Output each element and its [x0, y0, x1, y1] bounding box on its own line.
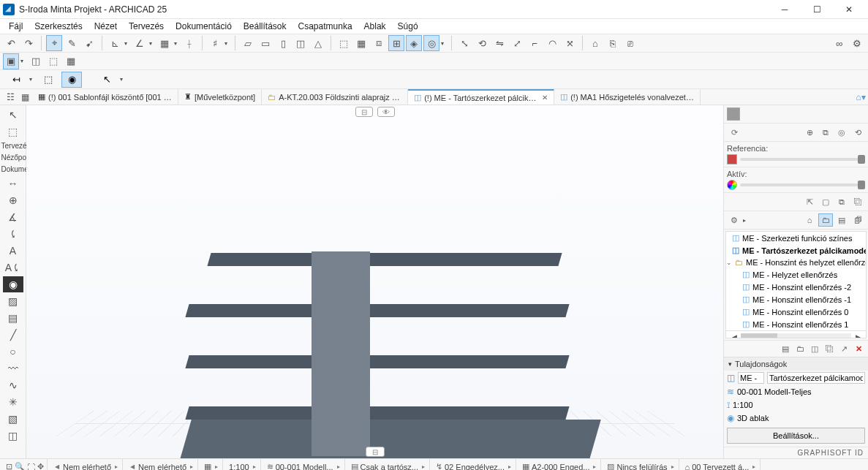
tree-item[interactable]: ◫ME - Tartószerkezet pálcikamodell: [726, 244, 866, 257]
navmode-layouts-icon[interactable]: ▤: [834, 213, 849, 227]
polyline-tool[interactable]: 〰: [3, 360, 23, 376]
level-tool[interactable]: ⊕: [3, 192, 23, 208]
show-slabs-button[interactable]: ▭: [257, 35, 273, 51]
nav-settings-icon[interactable]: ⚙: [727, 213, 741, 227]
tab-2[interactable]: 🗀A-KT.20.003 Földszinti alaprajz [0. 00 …: [262, 89, 408, 105]
show-walls-button[interactable]: ▱: [240, 35, 256, 51]
guide-angle-button[interactable]: ∠: [132, 35, 148, 51]
point-tool[interactable]: ✳: [3, 394, 23, 410]
tree-saveview-icon[interactable]: ◫: [808, 343, 821, 355]
text-tool[interactable]: A: [3, 243, 23, 259]
menu-view[interactable]: Nézet: [88, 20, 123, 33]
view-organize-button[interactable]: ▦: [63, 53, 79, 69]
zoom-sel-icon[interactable]: ⛶: [27, 463, 35, 471]
navigator-tree[interactable]: ◫ME - Szerkezeti funkció színes ◫ME - Ta…: [725, 231, 867, 338]
tab-3[interactable]: ◫(!) ME - Tartószerkezet pálcikamodell […: [408, 89, 554, 105]
tabmenu-grid-icon[interactable]: ▦: [18, 89, 32, 105]
filter-analytic-button[interactable]: ◈: [406, 35, 422, 51]
reno-value[interactable]: 00 Tervezett á...: [692, 463, 749, 471]
ref-torus-icon[interactable]: ◎: [834, 126, 849, 139]
view-save-button[interactable]: ⎘: [605, 35, 621, 51]
fill-tool[interactable]: ◉: [3, 276, 23, 292]
arrow-tool[interactable]: ↖: [3, 107, 23, 123]
undo-button[interactable]: ↶: [3, 35, 19, 51]
pen-value[interactable]: A2-000 Enged...: [532, 463, 590, 471]
filter-3-button[interactable]: ⧈: [371, 35, 387, 51]
graphisoft-id-label[interactable]: GRAPHISOFT ID: [724, 447, 868, 458]
filter-1-button[interactable]: ⬚: [336, 35, 352, 51]
prop-prefix-input[interactable]: [738, 372, 764, 384]
nav-mode-prev[interactable]: ↤: [6, 72, 26, 88]
tab-add-icon[interactable]: ⌂▾: [853, 89, 868, 105]
tree-item[interactable]: ◫ME - Honszint ellenőrzés -1: [726, 293, 866, 306]
tree-export-icon[interactable]: ↗: [837, 343, 850, 355]
overlay-bottom-toggle[interactable]: ⊟: [366, 447, 385, 457]
display-value[interactable]: 02 Engedélyez...: [445, 463, 505, 471]
edit-split-button[interactable]: ⤢: [509, 35, 525, 51]
scroll-left-icon[interactable]: ◀: [729, 332, 739, 339]
eyedropper-button[interactable]: ✎: [64, 35, 80, 51]
grid-button[interactable]: ♯: [207, 35, 223, 51]
prev-icon[interactable]: ◀: [129, 463, 136, 470]
ruler-button[interactable]: ⟊: [181, 35, 197, 51]
menu-documentation[interactable]: Dokumentáció: [170, 20, 238, 33]
tree-item[interactable]: ◫ME - Honszint ellenőrzés 0: [726, 306, 866, 318]
tab-0[interactable]: ▦(!) 001 Sablonfájl köszöntő [001 Sablo.…: [32, 89, 178, 105]
ref-add-icon[interactable]: ⊕: [802, 126, 817, 139]
zoom-pan-icon[interactable]: ✥: [37, 462, 44, 470]
menu-edit[interactable]: Szerkesztés: [29, 20, 88, 33]
zoom-value-a[interactable]: Nem elérhető: [63, 463, 111, 471]
active-color-swatch[interactable]: [727, 180, 737, 190]
navmode-views-icon[interactable]: 🗀: [818, 213, 833, 227]
axo-icon[interactable]: ▦: [204, 462, 211, 470]
prop-name-input[interactable]: [767, 372, 865, 384]
line-tool[interactable]: ╱: [3, 327, 23, 343]
show-columns-button[interactable]: ▯: [275, 35, 291, 51]
collapse-icon[interactable]: ⌄: [726, 259, 732, 266]
view-camera-button[interactable]: ⎚: [622, 35, 638, 51]
partial-value[interactable]: Csak a tartósz...: [361, 463, 418, 471]
pointer-mode[interactable]: ↖: [97, 72, 117, 88]
overlay-toggle-1[interactable]: ⊟: [355, 107, 373, 117]
edit-drag-button[interactable]: ⤡: [456, 35, 472, 51]
ref-dup-icon[interactable]: ⧉: [818, 126, 833, 139]
settings-button[interactable]: Beállítások...: [727, 428, 865, 444]
zoom-fit-icon[interactable]: ⊡: [6, 462, 12, 470]
preview-swatch[interactable]: [727, 107, 740, 121]
redo-button[interactable]: ↷: [20, 35, 37, 51]
edit-rotate-button[interactable]: ⟲: [474, 35, 490, 51]
tabmenu-tree-icon[interactable]: ☷: [3, 89, 18, 105]
navmode-publisher-icon[interactable]: 🗐: [850, 213, 865, 227]
syringe-button[interactable]: ➹: [81, 35, 97, 51]
marquee-tool[interactable]: ⬚: [3, 124, 23, 140]
tab-close-icon[interactable]: ✕: [542, 94, 548, 102]
view-3dcube-button[interactable]: ⬚: [45, 53, 61, 69]
ref-refresh-icon[interactable]: ⟲: [850, 126, 865, 139]
minimize-button[interactable]: ─: [769, 0, 801, 19]
scroll-right-icon[interactable]: ▶: [853, 332, 863, 339]
edit-mirror-button[interactable]: ⇋: [491, 35, 507, 51]
cloud-link-button[interactable]: ∞: [831, 35, 848, 51]
nav-mode-orbit[interactable]: ◉: [61, 72, 82, 88]
filter-circle-button[interactable]: ◎: [423, 35, 439, 51]
stripe-tool[interactable]: ▤: [3, 310, 23, 326]
nav-export-icon[interactable]: ⇱: [802, 195, 817, 208]
figure-tool[interactable]: ▧: [3, 411, 23, 427]
nav-link-icon[interactable]: ⧉: [834, 195, 849, 208]
guide-grid-button[interactable]: ▦: [156, 35, 173, 51]
filter-2-button[interactable]: ▦: [353, 35, 369, 51]
edit-adjust-button[interactable]: ⌐: [527, 35, 543, 51]
navmode-project-icon[interactable]: ⌂: [802, 213, 817, 227]
menu-help[interactable]: Súgó: [392, 20, 424, 33]
prev-icon[interactable]: ◀: [53, 463, 61, 470]
dimension-tool[interactable]: ↔: [3, 175, 23, 192]
show-roofs-button[interactable]: △: [310, 35, 326, 51]
tree-item[interactable]: ◫ME - Szerkezeti funkció színes: [726, 232, 866, 244]
tree-item[interactable]: ◫ME - Helyzet ellenőrzés: [726, 268, 866, 281]
tab-1[interactable]: ♜[Műveletközpont]: [178, 89, 262, 105]
active-slider[interactable]: [740, 183, 865, 186]
maximize-button[interactable]: ☐: [801, 0, 833, 19]
tree-item[interactable]: ◫ME - Honszint ellenőrzés -2: [726, 281, 866, 293]
nav-box-icon[interactable]: ▢: [818, 195, 833, 208]
menu-file[interactable]: Fájl: [3, 20, 29, 33]
